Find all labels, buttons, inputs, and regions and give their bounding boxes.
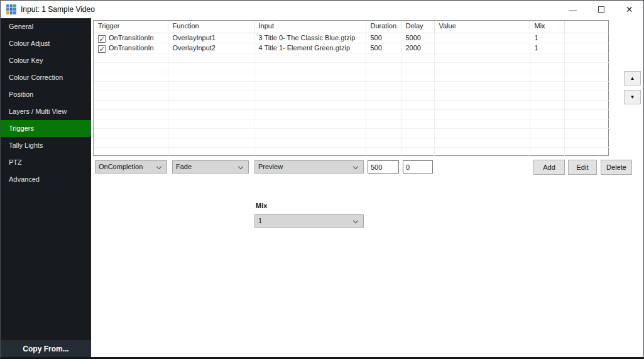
delay-input[interactable] [403,160,433,174]
edit-button[interactable]: Edit [568,160,597,175]
empty-table-row [94,91,609,100]
trigger-checkbox[interactable]: ✓ [98,35,106,43]
cell-function: OverlayInput2 [168,43,254,53]
cell-mix: 1 [530,33,564,43]
add-button[interactable]: Add [533,160,565,175]
cell-trigger: ✓OnTransitionIn [94,33,168,43]
sidebar-item-advanced[interactable]: Advanced [1,171,91,188]
titlebar: Input: 1 Sample Video — ✕ [1,1,643,18]
empty-table-row [94,62,609,72]
empty-table-row [94,72,609,81]
sidebar-item-colour-correction[interactable]: Colour Correction [1,69,91,86]
function-select-value: Fade [176,163,192,170]
sidebar-item-triggers[interactable]: Triggers [1,120,91,137]
table-header-row: TriggerFunctionInputDurationDelayValueMi… [94,21,609,33]
cell-delay: 5000 [401,33,434,43]
chevron-down-icon [353,164,358,169]
chevron-down-icon [353,218,358,223]
window-title: Input: 1 Sample Video [21,5,95,14]
move-down-button[interactable]: ▼ [624,90,641,104]
app-icon [6,4,16,14]
column-header-input[interactable]: Input [254,21,366,33]
input-select[interactable]: Preview [254,160,364,174]
input-select-value: Preview [258,163,283,170]
column-header-trigger[interactable]: Trigger [94,21,168,33]
trigger-select-value: OnCompletion [99,163,143,170]
sidebar-item-colour-key[interactable]: Colour Key [1,52,91,69]
column-header-value[interactable]: Value [434,21,530,33]
column-header[interactable] [564,21,609,33]
chevron-down-icon [156,164,161,169]
sidebar-item-position[interactable]: Position [1,86,91,103]
empty-table-row [94,100,609,109]
mix-select[interactable]: 1 [254,214,364,228]
trigger-select[interactable]: OnCompletion [95,160,167,174]
cell-trigger: ✓OnTransitionIn [94,43,168,53]
empty-table-row [94,119,609,128]
sidebar-item-layers-multi-view[interactable]: Layers / Multi View [1,103,91,120]
maximize-button[interactable] [587,1,615,18]
cell-input: 4 Title 1- Element Green.gtzip [254,43,366,53]
trigger-checkbox[interactable]: ✓ [98,45,106,53]
column-header-delay[interactable]: Delay [401,21,434,33]
move-up-button[interactable]: ▲ [624,71,641,86]
sidebar-item-general[interactable]: General [1,18,91,35]
cell-delay: 2000 [401,43,434,53]
table-row[interactable]: ✓OnTransitionInOverlayInput24 Title 1- E… [94,43,609,53]
cell-function: OverlayInput1 [168,33,254,43]
empty-table-row [94,53,609,62]
sidebar-item-colour-adjust[interactable]: Colour Adjust [1,35,91,52]
close-button[interactable]: ✕ [615,1,643,18]
window-controls: — ✕ [559,1,643,18]
duration-input[interactable] [368,160,399,174]
empty-table-row [94,128,609,138]
delete-button[interactable]: Delete [601,160,632,175]
cell-extra [564,43,609,53]
empty-table-row [94,138,609,147]
chevron-down-icon [238,164,243,169]
empty-table-row [94,109,609,119]
sidebar-item-ptz[interactable]: PTZ [1,154,91,171]
sidebar-items: GeneralColour AdjustColour KeyColour Cor… [1,18,91,188]
cell-input: 3 Title 0- The Classic Blue.gtzip [254,33,366,43]
column-header-duration[interactable]: Duration [366,21,401,33]
cell-extra [564,33,609,43]
cell-value [434,33,530,43]
empty-table-row [94,147,609,157]
empty-table-row [94,81,609,91]
cell-value [434,43,530,53]
column-header-function[interactable]: Function [168,21,254,33]
triggers-table-container: TriggerFunctionInputDurationDelayValueMi… [93,20,609,156]
sidebar-item-tally-lights[interactable]: Tally Lights [1,137,91,154]
sidebar: GeneralColour AdjustColour KeyColour Cor… [1,18,91,358]
mix-label: Mix [256,202,267,209]
column-header-mix[interactable]: Mix [530,21,564,33]
copy-from-button[interactable]: Copy From... [1,340,91,358]
cell-duration: 500 [366,43,401,53]
cell-duration: 500 [366,33,401,43]
table-row[interactable]: ✓OnTransitionInOverlayInput13 Title 0- T… [94,33,609,43]
triggers-table: TriggerFunctionInputDurationDelayValueMi… [94,21,609,157]
minimize-button[interactable]: — [559,1,587,18]
mix-select-value: 1 [258,217,262,224]
input-settings-window: Input: 1 Sample Video — ✕ GeneralColour … [0,0,644,359]
maximize-icon [598,6,604,13]
function-select[interactable]: Fade [172,160,249,174]
cell-mix: 1 [530,43,564,53]
